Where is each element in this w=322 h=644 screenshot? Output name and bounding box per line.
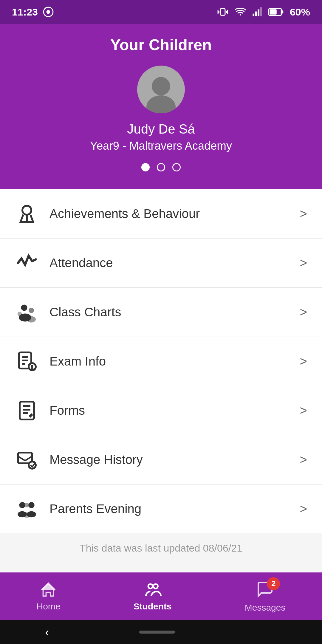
examinfo-icon [15,349,39,373]
dot-2[interactable] [157,163,165,171]
svg-point-19 [21,305,27,311]
svg-rect-2 [220,9,225,15]
chevron-achievements: > [300,207,307,221]
student-name: Judy De Sá [127,122,195,137]
battery-percent: 60% [290,6,310,18]
menu-item-achievements[interactable]: Achievements & Behaviour > [0,189,322,239]
svg-rect-14 [281,10,283,13]
footer-note: This data was last updated 08/06/21 [0,533,322,563]
bottom-nav: Home Students 2 Messages [0,572,322,620]
menu-item-examinfo[interactable]: Exam Info > [0,337,322,386]
parentsevening-icon [15,497,39,521]
menu-label-examinfo: Exam Info [49,354,300,369]
nav-label-messages: Messages [245,603,286,613]
status-right: 60% [217,6,310,18]
svg-rect-9 [255,12,257,16]
menu-item-classcharts[interactable]: Class Charts > [0,288,322,337]
menu-label-messagehistory: Message History [49,453,300,467]
svg-rect-8 [253,14,254,16]
svg-point-15 [152,77,170,95]
svg-point-43 [148,584,153,589]
chevron-forms: > [300,403,307,418]
svg-point-37 [19,502,25,508]
vibrate-icon [217,6,228,18]
menu-item-messagehistory[interactable]: Message History > [0,435,322,484]
menu-label-parentsevening: Parents Evening [49,502,300,516]
svg-rect-13 [270,9,277,14]
chevron-attendance: > [300,256,307,270]
chevron-messagehistory: > [300,453,307,467]
status-bar: 11:23 [0,0,322,24]
nav-item-students[interactable]: Students [133,581,171,612]
system-bar: ‹ [0,620,322,644]
notification-icon [43,6,54,18]
messages-badge: 2 [267,577,280,590]
dot-3[interactable] [172,163,181,171]
header: Your Children Judy De Sá Year9 - Maltrav… [0,24,322,189]
time-display: 11:23 [12,6,38,18]
student-info: Year9 - Maltravers Academy [90,140,232,152]
achievement-icon [15,202,39,226]
chevron-parentsevening: > [300,502,307,516]
forms-icon [15,399,39,422]
svg-point-30 [32,369,33,369]
menu-label-achievements: Achievements & Behaviour [49,207,300,221]
messagehistory-icon [15,448,39,472]
home-icon [39,581,57,599]
svg-point-39 [24,503,29,507]
menu-label-attendance: Attendance [49,256,300,270]
svg-point-7 [240,14,241,16]
chevron-examinfo: > [300,354,307,369]
status-left: 11:23 [12,6,54,18]
battery-icon [268,6,284,18]
svg-point-38 [28,502,35,508]
svg-point-42 [23,513,31,518]
signal-icon [252,6,262,18]
menu-list: Achievements & Behaviour > Attendance > … [0,189,322,533]
svg-rect-10 [258,10,259,16]
menu-label-forms: Forms [49,403,300,418]
nav-label-students: Students [133,601,171,612]
menu-item-parentsevening[interactable]: Parents Evening > [0,484,322,533]
svg-point-20 [29,308,34,313]
menu-label-classcharts: Class Charts [49,305,300,319]
nav-item-messages[interactable]: 2 Messages [245,580,286,613]
attendance-icon [15,251,39,275]
students-icon [144,581,162,599]
nav-item-home[interactable]: Home [36,581,60,612]
chevron-classcharts: > [300,305,307,319]
home-pill[interactable] [139,631,175,634]
back-button[interactable]: ‹ [45,626,49,639]
page-title: Your Children [110,36,212,54]
classcharts-icon [15,300,39,324]
wifi-icon [234,6,246,18]
svg-point-16 [146,95,176,113]
svg-point-1 [47,10,50,14]
menu-item-attendance[interactable]: Attendance > [0,239,322,288]
menu-item-forms[interactable]: Forms > [0,386,322,435]
svg-point-23 [27,316,36,323]
carousel-dots [141,163,181,171]
student-avatar [137,66,185,113]
dot-1[interactable] [141,163,150,171]
nav-label-home: Home [36,601,60,612]
svg-point-44 [153,584,158,589]
svg-rect-11 [260,7,262,16]
svg-point-17 [22,206,31,215]
